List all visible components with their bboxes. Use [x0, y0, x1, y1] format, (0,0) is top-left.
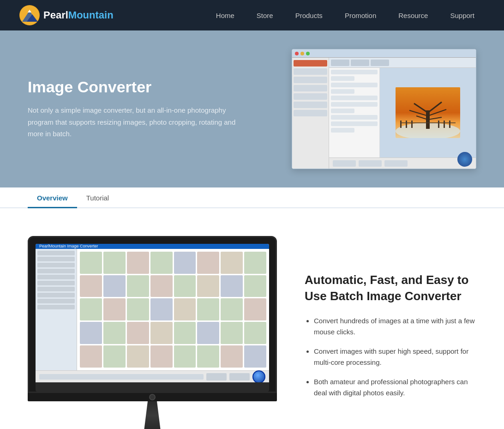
svg-rect-14 [400, 121, 402, 128]
tab-overview[interactable]: Overview [28, 187, 77, 207]
svg-rect-19 [449, 121, 450, 128]
svg-rect-15 [406, 121, 407, 128]
nav-links: Home Store Products Promotion Resource S… [205, 0, 486, 30]
svg-rect-17 [438, 121, 439, 128]
svg-rect-16 [411, 121, 413, 128]
nav-item-products[interactable]: Products [284, 0, 334, 30]
logo-text: PearlMountain [43, 9, 114, 21]
monitor-screen: PearlMountain Image Converter [36, 244, 269, 382]
nav-item-resource[interactable]: Resource [387, 0, 439, 30]
logo[interactable]: PearlMountain [18, 4, 114, 26]
hero-content: Image Converter Not only a simple image … [28, 78, 249, 140]
monitor-stand-neck [141, 401, 164, 429]
feature-bullets: Convert hundreds of images at a time wit… [305, 315, 476, 399]
feature-bullet-1: Convert hundreds of images at a time wit… [314, 315, 476, 338]
feature-bullet-2: Convert images with super high speed, su… [314, 346, 476, 368]
feature-section: PearlMountain Image Converter [0, 208, 504, 429]
navbar: PearlMountain Home Store Products Promot… [0, 0, 504, 30]
monitor-bezel [28, 393, 277, 401]
nav-item-home[interactable]: Home [205, 0, 246, 30]
app-screenshot [292, 49, 476, 169]
hero-description: Not only a simple image converter, but a… [28, 104, 249, 140]
feature-text: Automatic, Fast, and Easy to Use Batch I… [305, 272, 476, 407]
feature-title: Automatic, Fast, and Easy to Use Batch I… [305, 272, 476, 304]
nav-item-support[interactable]: Support [439, 0, 486, 30]
nav-item-promotion[interactable]: Promotion [334, 0, 387, 30]
hero-screenshot [249, 49, 476, 169]
hero-title: Image Converter [28, 78, 249, 96]
tabs-bar: Overview Tutorial [0, 187, 504, 208]
hero-section: Image Converter Not only a simple image … [0, 30, 504, 187]
logo-icon [18, 4, 41, 26]
feature-bullet-3: Both amateur and professional photograph… [314, 376, 476, 399]
svg-rect-18 [444, 121, 445, 128]
tab-tutorial[interactable]: Tutorial [77, 187, 118, 207]
nav-item-store[interactable]: Store [246, 0, 284, 30]
monitor-display: PearlMountain Image Converter [28, 236, 277, 429]
preview-tree [396, 87, 460, 138]
monitor-power-button[interactable] [149, 394, 156, 400]
monitor-body: PearlMountain Image Converter [28, 236, 277, 393]
